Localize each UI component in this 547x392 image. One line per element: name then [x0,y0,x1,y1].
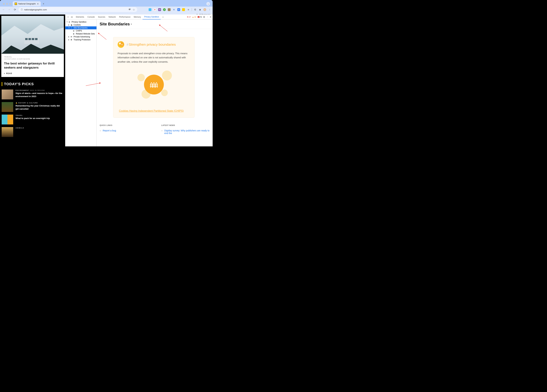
devtools-panel: ⌖ ⫿⫿ ElementsConsoleSourcesNetworkPerfor… [65,14,213,146]
pick-category: ENVIRONMENT2023 IN REVIEW [15,89,63,91]
device-toggle-icon[interactable]: ⫿⫿ [70,16,74,18]
devtools-tab-network[interactable]: Network [107,14,117,20]
maximize-window-icon[interactable] [9,3,11,5]
opera-icon[interactable]: O [153,8,156,11]
calendar-icon[interactable]: 34 [177,8,180,11]
quick-link-item[interactable]: ○ Report a bug [100,129,148,132]
svg-rect-6 [32,38,34,40]
svg-rect-4 [25,38,28,40]
pick-headline: Signs of alarm—and reasons to hope—for t… [15,92,63,98]
pick-thumbnail [2,89,13,99]
minimize-window-icon[interactable] [6,3,8,5]
hero-card[interactable]: TRAVEL ADVENTURES EVERYWHERE The best wi… [1,16,64,77]
ext-badge-count: 22 [159,9,160,11]
bullet-icon: ○ [100,129,101,132]
profile-avatar-icon[interactable] [203,8,206,11]
check-icon[interactable]: ✓ [163,8,166,11]
pick-item[interactable]: 🔒HISTORY & CULTURE Remembering the year … [1,102,64,112]
read-button[interactable]: ≡ READ [4,73,61,74]
extension-badge-icon[interactable]: 22 [158,8,161,11]
reload-button[interactable]: ⟳ [13,7,17,12]
devtools-tab-memory[interactable]: Memory [132,14,143,20]
devtools-tab-console[interactable]: Console [86,14,96,20]
bullet-icon: ○ [161,129,163,135]
url-text: nationalgeographic.com [24,8,127,11]
natgeo-favicon-icon [15,3,17,5]
settings-gear-icon[interactable]: ⚙ [203,16,205,18]
tree-rws[interactable]: ⊕Related Website Sets [65,32,96,35]
devtools-tab-privacy-sandbox[interactable]: Privacy Sandbox [143,14,161,20]
shield-icon[interactable]: ⛨ [172,8,175,11]
site-info-icon[interactable]: ⓘ [21,8,23,11]
tree-cookies[interactable]: ▶◑Cookies [65,23,96,26]
pick-item[interactable]: TRAVEL What to pack for an overnight tri… [1,115,64,124]
pick-item[interactable]: ENVIRONMENT2023 IN REVIEW Signs of alarm… [1,89,64,99]
eye-off-icon[interactable]: 👁⟋ [128,8,131,11]
more-tabs-icon[interactable]: » [161,16,165,18]
sidepanel-icon[interactable]: ▣ [198,8,201,11]
fence-icon [150,81,158,88]
panel-title[interactable]: Site Boundaries [97,20,213,29]
tree-private-advertising[interactable]: ▶✉Private Advertising [65,35,96,38]
tree-root[interactable]: ▼⊚Privacy Sandbox [65,20,96,23]
hero-kicker: TRAVEL [4,56,61,58]
devtools-tab-performance[interactable]: Performance [117,14,132,20]
info-count[interactable]: ▸74 [198,16,202,18]
pick-thumbnail [2,115,13,124]
hero-image [1,16,64,54]
address-bar[interactable]: ⓘ nationalgeographic.com 👁⟋ ☆ [19,7,137,12]
tree-chips[interactable]: ⊚CHIPS [65,29,96,32]
close-window-icon[interactable] [3,3,5,5]
extension-icon[interactable] [168,8,171,11]
inspect-icon[interactable]: ⌖ [66,16,70,18]
chips-link[interactable]: Cookies Having Independent Partitioned S… [119,108,184,113]
pick-headline: Remembering the year Christmas really di… [15,104,63,110]
latest-news-heading: LATEST NEWS [161,124,210,126]
tab-overflow-button[interactable]: ⌄ [206,2,210,6]
list-icon: ≡ [4,73,5,74]
pick-item[interactable]: ANIMALS [1,127,64,137]
svg-rect-5 [28,38,31,40]
cal-badge-count: 34 [178,9,179,10]
warnings-count[interactable]: ▲32 [192,16,196,18]
close-devtools-icon[interactable]: ✕ [210,16,212,18]
extension-icon[interactable] [182,8,185,11]
bookmark-star-icon[interactable]: ☆ [133,8,135,11]
pick-category: 🔒HISTORY & CULTURE [15,102,63,104]
pick-thumbnail [2,102,13,112]
pick-thumbnail [2,127,13,137]
tab-title: National Geographic [18,3,36,5]
kebab-menu-icon[interactable]: ⋮ [206,16,208,18]
illustration [118,71,190,100]
hero-sub-kicker: ADVENTURES EVERYWHERE [4,58,61,60]
pick-category: ANIMALS [15,127,24,129]
tree-tracking-protection[interactable]: ▶⛨Tracking Protection [65,38,96,41]
svg-rect-7 [35,38,37,40]
devtools-tab-sources[interactable]: Sources [96,14,107,20]
browser-tab[interactable]: National Geographic ✕ [13,1,41,6]
tree-site-boundaries[interactable]: ▼✧Site Boundaries [65,26,96,29]
read-label: READ [6,73,12,74]
window-controls[interactable] [3,3,11,5]
page-viewport[interactable]: TRAVEL ADVENTURES EVERYWHERE The best wi… [0,14,65,146]
google-icon[interactable]: G [194,8,197,11]
card-badge-icon: ⊞ [118,41,124,48]
card-title: #Strengthen privacy boundaries [127,42,176,47]
forward-button[interactable]: → [7,7,11,12]
news-link-item[interactable]: ○ Digiday survey: Why publishers are rea… [161,129,210,135]
extension-icon[interactable] [149,8,151,11]
errors-count[interactable]: ⊗27 [187,16,191,18]
back-button[interactable]: ← [2,7,6,12]
menu-icon[interactable]: ⋮ [208,8,211,11]
devtools-tree: ▼⊚Privacy Sandbox ▶◑Cookies ▼✧Site Bound… [65,20,97,146]
pick-headline: What to pack for an overnight trip [15,117,50,120]
picks-heading: TODAY'S PICKS [4,82,34,86]
lock-icon: 🔒 [15,102,18,104]
extensions-puzzle-icon[interactable]: ⊞ [187,8,190,11]
card-description: Proposals to create and strengthen cross… [118,51,190,64]
accent-bar [2,82,2,86]
close-tab-icon[interactable]: ✕ [37,3,39,5]
devtools-tab-elements[interactable]: Elements [74,14,86,20]
quick-links-heading: QUICK LINKS [100,124,148,126]
new-tab-button[interactable]: + [43,2,44,5]
